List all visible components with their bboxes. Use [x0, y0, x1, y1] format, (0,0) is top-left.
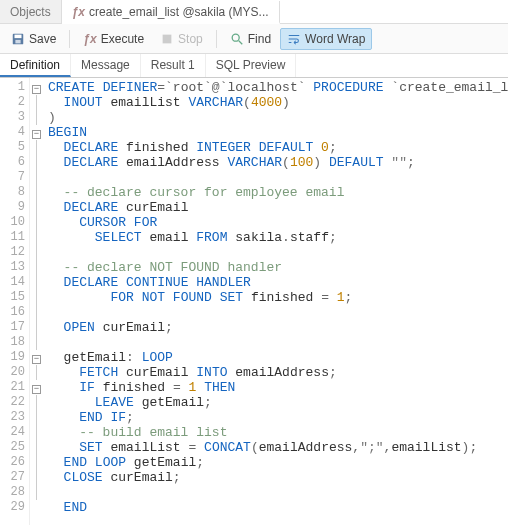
line-number: 2 — [0, 95, 25, 110]
fold-line — [36, 245, 44, 260]
line-number: 16 — [0, 305, 25, 320]
subtab-message[interactable]: Message — [71, 54, 141, 77]
fold-line — [36, 200, 44, 215]
line-number: 1 — [0, 80, 25, 95]
code-line[interactable]: -- declare cursor for employee email — [48, 185, 508, 200]
tab-procedure-label: create_email_list @sakila (MYS... — [89, 5, 269, 19]
fold-line — [36, 230, 44, 245]
tab-objects[interactable]: Objects — [0, 0, 62, 23]
stop-label: Stop — [178, 32, 203, 46]
line-number: 5 — [0, 140, 25, 155]
fold-toggle[interactable]: − — [32, 355, 41, 364]
code-line[interactable]: FETCH curEmail INTO emailAddress; — [48, 365, 508, 380]
fx-icon: ƒx — [83, 32, 96, 46]
line-number: 10 — [0, 215, 25, 230]
line-number: 27 — [0, 470, 25, 485]
line-number: 14 — [0, 275, 25, 290]
tab-procedure[interactable]: ƒx create_email_list @sakila (MYS... — [62, 1, 280, 24]
code-line[interactable]: BEGIN — [48, 125, 508, 140]
line-number: 8 — [0, 185, 25, 200]
fold-line — [36, 275, 44, 290]
fold-line — [36, 455, 44, 470]
code-line[interactable]: -- declare NOT FOUND handler — [48, 260, 508, 275]
line-number: 26 — [0, 455, 25, 470]
stop-button[interactable]: Stop — [153, 28, 210, 50]
line-number: 13 — [0, 260, 25, 275]
code-line[interactable] — [48, 305, 508, 320]
code-area[interactable]: CREATE DEFINER=`root`@`localhost` PROCED… — [44, 78, 508, 525]
fold-toggle[interactable]: − — [32, 130, 41, 139]
execute-button[interactable]: ƒx Execute — [76, 28, 151, 50]
fold-line — [36, 110, 44, 125]
line-number: 25 — [0, 440, 25, 455]
code-line[interactable]: CLOSE curEmail; — [48, 470, 508, 485]
line-number: 20 — [0, 365, 25, 380]
line-number: 9 — [0, 200, 25, 215]
code-line[interactable] — [48, 335, 508, 350]
code-line[interactable]: DEClARE curEmail — [48, 200, 508, 215]
fold-line — [36, 95, 44, 110]
save-button[interactable]: Save — [4, 28, 63, 50]
line-number: 12 — [0, 245, 25, 260]
code-line[interactable] — [48, 485, 508, 500]
line-number: 21 — [0, 380, 25, 395]
fold-toggle[interactable]: − — [32, 85, 41, 94]
fold-line — [36, 395, 44, 410]
code-line[interactable] — [48, 170, 508, 185]
svg-point-4 — [232, 34, 239, 41]
fold-line — [36, 320, 44, 335]
code-line[interactable]: CURSOR FOR — [48, 215, 508, 230]
fx-icon: ƒx — [72, 5, 85, 19]
svg-rect-2 — [15, 39, 20, 43]
wordwrap-button[interactable]: Word Wrap — [280, 28, 372, 50]
code-line[interactable]: LEAVE getEmail; — [48, 395, 508, 410]
code-line[interactable] — [48, 245, 508, 260]
code-editor[interactable]: 1234567891011121314151617181920212223242… — [0, 78, 508, 525]
code-line[interactable]: CREATE DEFINER=`root`@`localhost` PROCED… — [48, 80, 508, 95]
line-number: 6 — [0, 155, 25, 170]
execute-label: Execute — [101, 32, 144, 46]
code-line[interactable]: IF finished = 1 THEN — [48, 380, 508, 395]
fold-line — [36, 170, 44, 185]
fold-toggle[interactable]: − — [32, 385, 41, 394]
toolbar: Save ƒx Execute Stop Find Word Wrap — [0, 24, 508, 54]
svg-rect-1 — [15, 34, 22, 38]
code-line[interactable]: END IF; — [48, 410, 508, 425]
svg-rect-3 — [163, 34, 172, 43]
code-line[interactable]: SELECT email FROM sakila.staff; — [48, 230, 508, 245]
line-number: 17 — [0, 320, 25, 335]
fold-line — [36, 440, 44, 455]
fold-line — [36, 260, 44, 275]
stop-icon — [160, 32, 174, 46]
find-label: Find — [248, 32, 271, 46]
code-line[interactable]: DECLARE CONTINUE HANDLER — [48, 275, 508, 290]
line-number: 18 — [0, 335, 25, 350]
code-line[interactable]: INOUT emailList varchar(4000) — [48, 95, 508, 110]
tab-objects-label: Objects — [10, 5, 51, 19]
find-button[interactable]: Find — [223, 28, 278, 50]
fold-line — [36, 185, 44, 200]
code-line[interactable]: SET emailList = CONCAT(emailAddress,";",… — [48, 440, 508, 455]
code-line[interactable]: END — [48, 500, 508, 515]
code-line[interactable]: DECLARE finished INTEGER DEFAULT 0; — [48, 140, 508, 155]
line-number: 24 — [0, 425, 25, 440]
code-line[interactable]: ) — [48, 110, 508, 125]
line-number: 11 — [0, 230, 25, 245]
fold-line — [36, 290, 44, 305]
line-number: 23 — [0, 410, 25, 425]
code-line[interactable]: getEmail: LOOP — [48, 350, 508, 365]
code-line[interactable]: DECLARE emailAddress varchar(100) DEFAUL… — [48, 155, 508, 170]
separator — [216, 30, 217, 48]
fold-line — [36, 215, 44, 230]
file-tabs: Objects ƒx create_email_list @sakila (MY… — [0, 0, 508, 24]
fold-line — [36, 140, 44, 155]
line-number: 19 — [0, 350, 25, 365]
subtab-sqlpreview[interactable]: SQL Preview — [206, 54, 297, 77]
code-line[interactable]: OPEN curEmail; — [48, 320, 508, 335]
code-line[interactable]: -- build email list — [48, 425, 508, 440]
code-line[interactable]: END LOOP getEmail; — [48, 455, 508, 470]
fold-column: −−−− — [30, 78, 44, 525]
subtab-result1[interactable]: Result 1 — [141, 54, 206, 77]
subtab-definition[interactable]: Definition — [0, 54, 71, 77]
code-line[interactable]: FOR NOT FOUND SET finished = 1; — [48, 290, 508, 305]
